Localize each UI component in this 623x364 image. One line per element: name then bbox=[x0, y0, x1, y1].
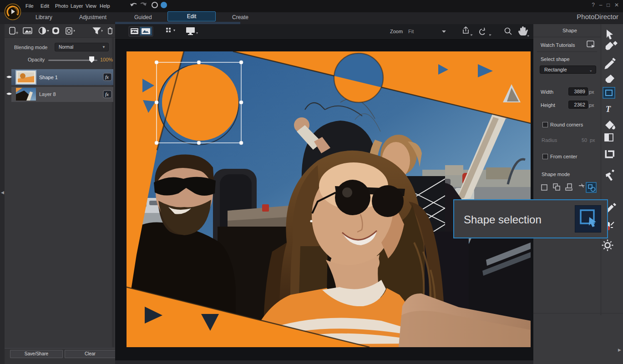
svg-text:Layer 8: Layer 8 bbox=[39, 91, 56, 97]
svg-text:Fit: Fit bbox=[408, 29, 414, 34]
svg-text:Shape 1: Shape 1 bbox=[39, 75, 58, 80]
svg-text:T: T bbox=[606, 105, 611, 114]
svg-text:fx: fx bbox=[105, 74, 109, 80]
svg-text:fx: fx bbox=[105, 91, 109, 97]
svg-text:Zoom: Zoom bbox=[390, 29, 403, 34]
